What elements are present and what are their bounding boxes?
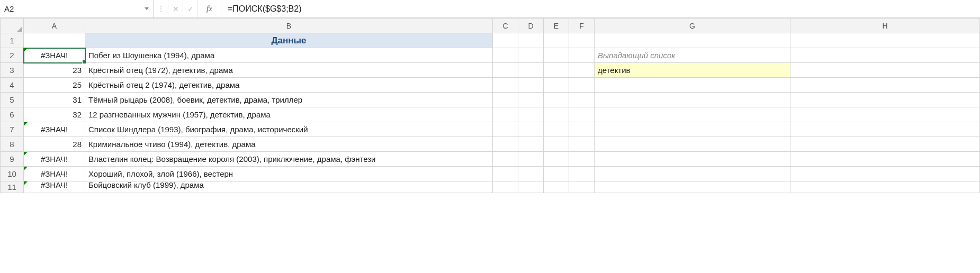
- cell[interactable]: [595, 181, 790, 193]
- cell[interactable]: 28: [24, 137, 85, 152]
- cell[interactable]: [518, 63, 544, 78]
- cell[interactable]: [493, 33, 518, 48]
- cell[interactable]: #ЗНАЧ!: [24, 48, 85, 63]
- cell[interactable]: [569, 152, 595, 167]
- cell[interactable]: [544, 93, 569, 107]
- cell[interactable]: [544, 78, 569, 93]
- cell[interactable]: [595, 93, 790, 107]
- cell[interactable]: [595, 167, 790, 181]
- cell[interactable]: [595, 107, 790, 122]
- cell[interactable]: [518, 107, 544, 122]
- col-header-A[interactable]: A: [24, 19, 85, 33]
- cell[interactable]: Список Шиндлера (1993), биография, драма…: [85, 122, 493, 137]
- fx-icon[interactable]: fx: [198, 0, 221, 17]
- cell[interactable]: [569, 63, 595, 78]
- cell[interactable]: [790, 107, 980, 122]
- cell[interactable]: [493, 93, 518, 107]
- row-header[interactable]: 8: [1, 137, 24, 152]
- name-box[interactable]: A2: [0, 0, 154, 17]
- cell[interactable]: [569, 93, 595, 107]
- row-header[interactable]: 11: [1, 181, 24, 193]
- cell[interactable]: [518, 181, 544, 193]
- cell[interactable]: #ЗНАЧ!: [24, 181, 85, 193]
- cell[interactable]: [493, 48, 518, 63]
- col-header-F[interactable]: F: [569, 19, 595, 33]
- cell[interactable]: [493, 122, 518, 137]
- row-header[interactable]: 5: [1, 93, 24, 107]
- enter-icon[interactable]: ✓: [183, 0, 198, 17]
- cell[interactable]: [595, 137, 790, 152]
- cell[interactable]: [493, 107, 518, 122]
- cell[interactable]: детектив: [595, 63, 790, 78]
- cell[interactable]: Бойцовский клуб (1999), драма: [85, 181, 493, 193]
- col-header-D[interactable]: D: [518, 19, 544, 33]
- cell[interactable]: 32: [24, 107, 85, 122]
- cell[interactable]: [790, 48, 980, 63]
- cell[interactable]: Крёстный отец (1972), детектив, драма: [85, 63, 493, 78]
- cell[interactable]: [518, 93, 544, 107]
- row-header[interactable]: 9: [1, 152, 24, 167]
- row-header[interactable]: 1: [1, 33, 24, 48]
- cell[interactable]: [569, 107, 595, 122]
- col-header-G[interactable]: G: [595, 19, 790, 33]
- cell[interactable]: #ЗНАЧ!: [24, 122, 85, 137]
- cell[interactable]: 31: [24, 93, 85, 107]
- cell[interactable]: [569, 137, 595, 152]
- row-header[interactable]: 4: [1, 78, 24, 93]
- cell[interactable]: [544, 48, 569, 63]
- cell[interactable]: [493, 78, 518, 93]
- cell[interactable]: [544, 137, 569, 152]
- row-header[interactable]: 7: [1, 122, 24, 137]
- row-header[interactable]: 3: [1, 63, 24, 78]
- cancel-icon[interactable]: ✕: [168, 0, 183, 17]
- cell[interactable]: [544, 167, 569, 181]
- cell[interactable]: Выпадающий список: [595, 48, 790, 63]
- cell[interactable]: [518, 122, 544, 137]
- spreadsheet-grid[interactable]: A B C D E F G H 1Данные2#ЗНАЧ!Побег из Ш…: [0, 18, 980, 193]
- cell[interactable]: Данные: [85, 33, 493, 48]
- cell[interactable]: [518, 137, 544, 152]
- cell[interactable]: [790, 167, 980, 181]
- cell[interactable]: [595, 78, 790, 93]
- cell[interactable]: 12 разгневанных мужчин (1957), детектив,…: [85, 107, 493, 122]
- cell[interactable]: [569, 167, 595, 181]
- cell[interactable]: [544, 107, 569, 122]
- cell[interactable]: Криминальное чтиво (1994), детектив, дра…: [85, 137, 493, 152]
- cell[interactable]: [493, 152, 518, 167]
- select-all-corner[interactable]: [1, 19, 24, 33]
- cell[interactable]: Крёстный отец 2 (1974), детектив, драма: [85, 78, 493, 93]
- cell[interactable]: #ЗНАЧ!: [24, 167, 85, 181]
- cell[interactable]: [544, 63, 569, 78]
- col-header-B[interactable]: B: [85, 19, 493, 33]
- cell[interactable]: [569, 181, 595, 193]
- cell[interactable]: [569, 33, 595, 48]
- cell[interactable]: [790, 181, 980, 193]
- cell[interactable]: [569, 78, 595, 93]
- cell[interactable]: [790, 33, 980, 48]
- col-header-E[interactable]: E: [544, 19, 569, 33]
- cell[interactable]: [790, 152, 980, 167]
- cell[interactable]: [493, 63, 518, 78]
- cell[interactable]: [518, 33, 544, 48]
- row-header[interactable]: 10: [1, 167, 24, 181]
- row-header[interactable]: 6: [1, 107, 24, 122]
- cell[interactable]: [518, 152, 544, 167]
- chevron-down-icon[interactable]: [145, 7, 149, 10]
- cell[interactable]: Побег из Шоушенка (1994), драма: [85, 48, 493, 63]
- cell[interactable]: [790, 137, 980, 152]
- cell[interactable]: Хороший, плохой, злой (1966), вестерн: [85, 167, 493, 181]
- cell[interactable]: [518, 48, 544, 63]
- cell[interactable]: [544, 152, 569, 167]
- cell[interactable]: #ЗНАЧ!: [24, 152, 85, 167]
- cell[interactable]: [569, 122, 595, 137]
- cell[interactable]: 23: [24, 63, 85, 78]
- cell[interactable]: [569, 48, 595, 63]
- cell[interactable]: [790, 78, 980, 93]
- cell[interactable]: [544, 122, 569, 137]
- cell[interactable]: Властелин колец: Возвращение короля (200…: [85, 152, 493, 167]
- cell[interactable]: [518, 167, 544, 181]
- cell[interactable]: [518, 78, 544, 93]
- cell[interactable]: 25: [24, 78, 85, 93]
- cell[interactable]: [24, 33, 85, 48]
- dots-icon[interactable]: ⋮: [154, 0, 168, 17]
